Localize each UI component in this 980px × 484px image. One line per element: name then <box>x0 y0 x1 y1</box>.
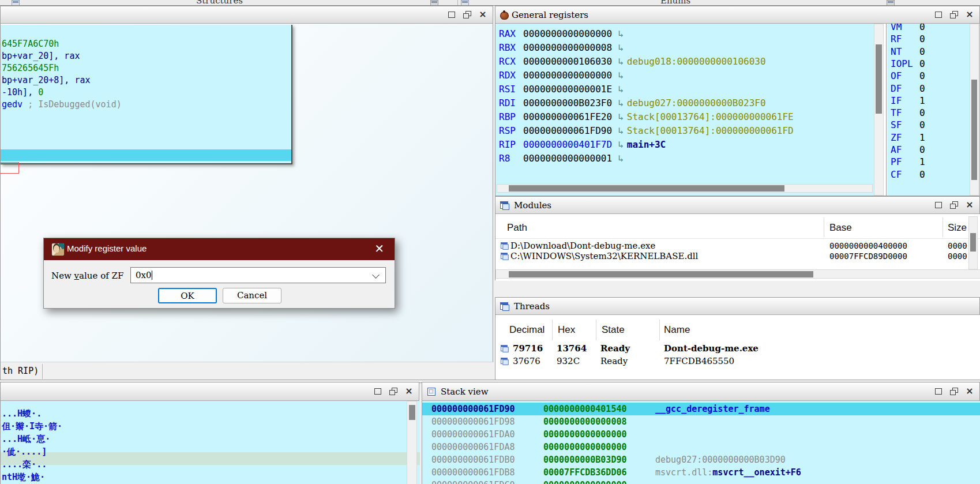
flag-row[interactable]: NT0 <box>891 47 925 57</box>
maximize-icon[interactable] <box>446 10 457 19</box>
status-divider <box>42 364 43 379</box>
register-row[interactable]: RDX0000000000000000↳ <box>499 70 873 81</box>
stack-row[interactable]: 000000000061FDC00000000000000000 <box>422 480 980 484</box>
modules-col-base[interactable]: Base <box>829 222 852 234</box>
hex-line[interactable]: ·佌·....] <box>2 446 47 457</box>
tab-structures[interactable]: Structures <box>196 0 243 6</box>
disasm-line[interactable]: gedv ; IsDebugged(void) <box>2 99 122 110</box>
module-row[interactable]: D:\Download\Dont-debug-me.exe00000000004… <box>495 241 980 251</box>
disasm-line[interactable]: bp+var_20], rax <box>2 51 80 61</box>
flag-row[interactable]: RF0 <box>891 34 925 44</box>
chevron-down-icon[interactable] <box>372 271 380 279</box>
stack-title: Stack view <box>441 387 489 397</box>
ok-button[interactable]: OK <box>158 288 217 303</box>
modules-vscrollbar[interactable] <box>968 216 978 269</box>
hex-line[interactable]: ...H岻·恴· <box>2 433 50 445</box>
disassembly-view[interactable]: 645F7A6C70hbp+var_20], rax756265645Fhbp+… <box>1 25 292 164</box>
flag-row[interactable]: OF0 <box>891 71 925 81</box>
stack-row[interactable]: 000000000061FDB00000000000B03D90debug027… <box>422 455 980 466</box>
flag-row[interactable]: IOPL0 <box>891 59 925 69</box>
hex-line[interactable]: 伹·辮·I寺·箭· <box>2 421 62 432</box>
flag-row[interactable]: ZF1 <box>891 133 925 143</box>
close-icon[interactable]: × <box>478 10 488 19</box>
threads-col-decimal[interactable]: Decimal <box>509 324 545 336</box>
thread-row[interactable]: 37676932CReady7FFCDB465550 <box>495 355 980 367</box>
close-icon[interactable]: × <box>964 201 975 209</box>
stack-rows[interactable]: 000000000061FD900000000000401540__gcc_de… <box>422 401 980 484</box>
register-row[interactable]: RBP000000000061FE20↳Stack[00013764]:0000… <box>499 112 873 122</box>
tab-divider <box>457 0 458 5</box>
register-row[interactable]: RIP0000000000401F7D↳main+3C <box>499 140 873 150</box>
close-icon[interactable]: × <box>964 10 975 19</box>
registers-vscrollbar[interactable] <box>874 24 884 196</box>
stack-symbol: debug027:0000000000B03D90 <box>655 455 786 465</box>
stack-row[interactable]: 000000000061FD900000000000401540__gcc_de… <box>422 404 980 415</box>
thread-row[interactable]: 7971613764ReadyDont-debug-me.exe <box>495 343 980 354</box>
tab-enums[interactable]: Enums <box>660 0 690 6</box>
registers-content: RAX0000000000000000↳RBX0000000000000008↳… <box>495 24 980 196</box>
cancel-button[interactable]: Cancel <box>223 288 281 303</box>
registers-list[interactable]: RAX0000000000000000↳RBX0000000000000008↳… <box>495 24 874 196</box>
stack-row[interactable]: 000000000061FDA00000000000000000 <box>422 429 980 441</box>
flag-row[interactable]: PF1 <box>891 157 925 167</box>
float-icon[interactable] <box>949 10 959 19</box>
close-icon[interactable]: × <box>964 387 975 396</box>
threads-col-name[interactable]: Name <box>664 324 690 336</box>
hex-line[interactable]: ...H蝬·. <box>2 408 42 419</box>
hex-line[interactable]: ntH墘·鮠· <box>2 471 45 483</box>
float-icon[interactable] <box>388 387 399 396</box>
thread-icon <box>501 345 508 351</box>
maximize-icon[interactable] <box>933 387 944 396</box>
flag-row[interactable]: SF0 <box>891 120 925 130</box>
threads-titlebar: Threads <box>495 298 979 315</box>
registers-hscrollbar[interactable] <box>497 184 873 193</box>
register-row[interactable]: RCX0000000000106030↳debug018:00000000001… <box>499 57 873 67</box>
module-row[interactable]: C:\WINDOWS\System32\KERNELBASE.dll00007F… <box>495 251 980 261</box>
threads-col-state[interactable]: State <box>602 324 625 336</box>
flags-list[interactable]: VM0RF0NT0IOPL0OF0DF0IF1TF0SF0ZF1AF0PF1CF… <box>887 24 970 196</box>
maximize-icon[interactable] <box>373 387 383 396</box>
hex-vscrollbar[interactable] <box>407 401 417 484</box>
enums-close-icon[interactable] <box>887 0 895 6</box>
stack-row[interactable]: 000000000061FDA80000000000000000 <box>422 442 980 453</box>
register-value-input[interactable]: 0x0 <box>136 270 152 280</box>
hex-line[interactable]: ....栾·.. <box>2 459 47 470</box>
disassembly-window: × 645F7A6C70hbp+var_20], rax756265645Fhb… <box>0 6 493 380</box>
flag-row[interactable]: IF1 <box>891 96 925 106</box>
float-icon[interactable] <box>949 387 959 396</box>
flag-row[interactable]: CF0 <box>891 170 925 180</box>
disasm-line[interactable]: -10h], 0 <box>2 87 43 97</box>
maximize-icon[interactable] <box>933 201 944 209</box>
threads-col-hex[interactable]: Hex <box>558 324 575 336</box>
flags-splitter[interactable] <box>886 24 887 196</box>
close-icon[interactable]: × <box>404 387 414 396</box>
disasm-line[interactable]: 645F7A6C70h <box>2 39 59 49</box>
maximize-icon[interactable] <box>933 10 944 19</box>
stack-row[interactable]: 000000000061FDB800007FFCDB36DD06msvcrt.d… <box>422 467 980 479</box>
dialog-titlebar[interactable]: Modify register value ✕ <box>44 238 395 260</box>
stack-row[interactable]: 000000000061FD980000000000000008 <box>422 417 980 428</box>
register-row[interactable]: RBX0000000000000008↳ <box>499 43 873 53</box>
float-icon[interactable] <box>949 201 959 209</box>
float-icon[interactable] <box>462 10 472 19</box>
modules-col-size[interactable]: Size <box>948 222 967 234</box>
modules-hscrollbar[interactable] <box>495 269 980 279</box>
modules-col-path[interactable]: Path <box>507 222 527 234</box>
flag-row[interactable]: AF0 <box>891 145 925 155</box>
structures-close-icon[interactable] <box>430 0 438 6</box>
disasm-line[interactable]: 756265645Fh <box>2 63 59 73</box>
register-row[interactable]: RSP000000000061FD90↳Stack[00013764]:0000… <box>499 126 873 136</box>
register-row[interactable]: RSI000000000000001E↳ <box>499 84 873 95</box>
flags-vscrollbar[interactable] <box>970 24 979 196</box>
flag-row[interactable]: VM0 <box>891 24 925 32</box>
flag-row[interactable]: TF0 <box>891 108 925 118</box>
register-row[interactable]: R80000000000000001↳ <box>499 153 873 164</box>
hex-ascii-view[interactable]: ...H蝬·.伹·辮·I寺·箭·...H岻·恴··佌·....]....栾·..… <box>1 401 420 484</box>
register-row[interactable]: RAX0000000000000000↳ <box>499 29 873 39</box>
disasm-line[interactable]: bp+var_20+8], rax <box>2 75 91 85</box>
register-value-combobox[interactable]: 0x0 <box>130 267 386 283</box>
register-row[interactable]: RDI0000000000B023F0↳debug027:0000000000B… <box>499 98 873 108</box>
flag-row[interactable]: DF0 <box>891 84 925 94</box>
ida-app-icon <box>51 243 65 256</box>
dialog-close-icon[interactable]: ✕ <box>374 243 384 254</box>
